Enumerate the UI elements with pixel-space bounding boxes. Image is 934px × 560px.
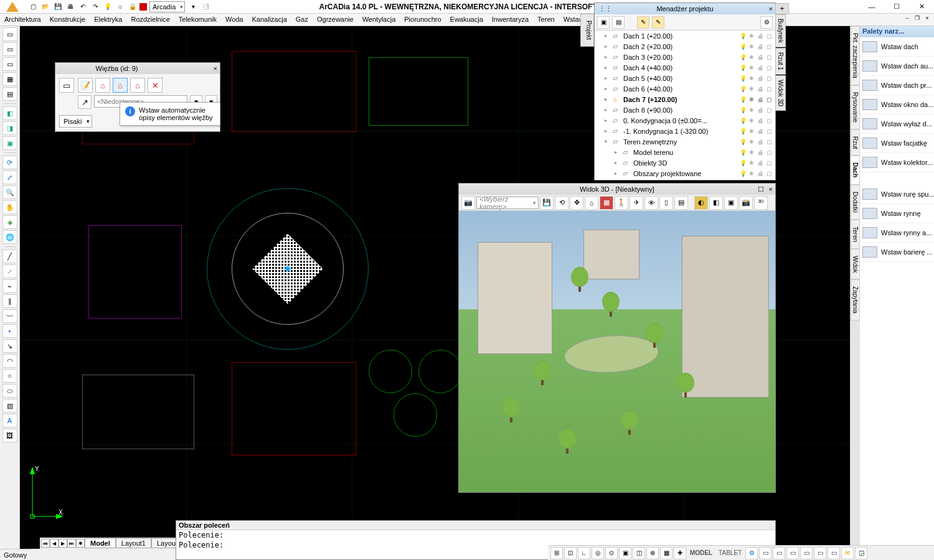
- vtab-rysowanie[interactable]: Rysowanie: [851, 85, 860, 129]
- osnap-9[interactable]: ▦: [660, 547, 672, 559]
- vtab-teren[interactable]: Teren: [851, 220, 860, 249]
- tool-3d1[interactable]: ◧: [2, 106, 17, 120]
- tree-row[interactable]: ▸▱-1. Kondygnacja 1 (-320.00)💡❄🖨▢: [595, 126, 775, 136]
- tree-row[interactable]: ▸▱0. Kondygnacja 0 (±0.00=...💡❄🖨▢: [595, 115, 775, 126]
- proj-tb-4[interactable]: ✎: [652, 16, 664, 29]
- proj-side-tab[interactable]: Rzut 1: [775, 48, 786, 75]
- tool-zoom[interactable]: 🔍: [2, 185, 17, 199]
- wiezba-tool-home3[interactable]: ⌂: [130, 78, 145, 93]
- osnap-s5[interactable]: ▭: [814, 547, 826, 559]
- tree-row[interactable]: ▸▱Dach 2 (+20.00)💡❄🖨▢: [595, 41, 775, 52]
- v3d-render1[interactable]: ◐: [694, 196, 708, 210]
- color-swatch[interactable]: [139, 3, 147, 11]
- tool-circle[interactable]: ○: [2, 369, 17, 383]
- menu-inwentaryza[interactable]: Inwentaryza: [488, 14, 533, 26]
- osnap-s4[interactable]: ▭: [800, 547, 813, 559]
- tree-row[interactable]: ▸⌂Dach 7 (+120.00)💡❄🖨▢: [595, 94, 775, 105]
- menu-elektryka[interactable]: Elektryka: [90, 14, 126, 26]
- tool-3d2[interactable]: ◨: [2, 121, 17, 135]
- tool-refresh[interactable]: ⟳: [2, 156, 17, 169]
- v3d-pan[interactable]: ✥: [570, 196, 583, 210]
- v3d-snapshot[interactable]: 📸: [739, 196, 753, 210]
- tool-rect3[interactable]: ▭: [2, 57, 17, 71]
- proj-left-tab-projekt[interactable]: Projekt: [580, 14, 594, 47]
- tree-row[interactable]: ▸▱Dach 6 (+40.00)💡❄🖨▢: [595, 83, 775, 94]
- layer-settings-icon[interactable]: ▾: [187, 1, 199, 12]
- tab-nav-prev[interactable]: ◀: [50, 539, 59, 548]
- palette-item[interactable]: Wstaw rurę spu...: [860, 185, 934, 204]
- menu-wentylacja[interactable]: Wentylacja: [358, 14, 400, 26]
- view3d-canvas[interactable]: [459, 211, 775, 492]
- wiezba-tool-delete[interactable]: ✕: [148, 78, 163, 93]
- tool-ray[interactable]: ↘: [2, 339, 17, 353]
- osnap-5[interactable]: ⊙: [605, 547, 618, 559]
- wiezba-tool-home2[interactable]: ⌂: [113, 78, 128, 93]
- tool-cube[interactable]: ◈: [2, 215, 17, 229]
- osnap-s2[interactable]: ▭: [773, 547, 785, 559]
- tree-row[interactable]: ▸▱Model terenu💡❄🖨▢: [595, 147, 775, 157]
- palette-item[interactable]: Wstaw barierę ...: [860, 243, 934, 262]
- v3d-walk[interactable]: 🚶: [615, 196, 628, 210]
- save-icon[interactable]: 💾: [52, 1, 64, 12]
- vtab-rzut[interactable]: Rzut: [851, 129, 860, 156]
- proj-tb-3[interactable]: ✎: [637, 16, 649, 29]
- osnap-1[interactable]: ⊞: [550, 547, 563, 559]
- osnap-4[interactable]: ◎: [592, 547, 604, 559]
- osnap-model[interactable]: MODEL: [687, 549, 715, 556]
- menu-architektura[interactable]: Architektura: [0, 14, 45, 26]
- tree-row[interactable]: ▸▱Dach 8 (+90.00)💡❄🖨▢: [595, 105, 775, 115]
- v3d-render3[interactable]: ▣: [724, 196, 738, 210]
- menu-teren[interactable]: Teren: [533, 14, 559, 26]
- menu-kanalizacja[interactable]: Kanalizacja: [248, 14, 291, 26]
- tool-point[interactable]: •: [2, 324, 17, 338]
- vtab-pkt[interactable]: Pkt. zaczepienia: [851, 26, 860, 85]
- proj-add-tab[interactable]: +: [775, 3, 789, 14]
- osnap-6[interactable]: ▣: [619, 547, 631, 559]
- menu-ogrzewanie[interactable]: Ogrzewanie: [313, 14, 358, 26]
- v3d-layers[interactable]: ▤: [674, 196, 688, 210]
- tool-globe[interactable]: 🌐: [2, 230, 17, 244]
- tool-table[interactable]: ▤: [2, 87, 17, 101]
- proj-close-icon[interactable]: ×: [769, 5, 773, 12]
- proj-side-tab[interactable]: Budynek: [775, 14, 786, 47]
- vtab-widok[interactable]: Widok: [851, 249, 860, 280]
- palette-item[interactable]: Wstaw dach pr...: [860, 76, 934, 95]
- close-button[interactable]: ✕: [909, 0, 934, 14]
- maximize-button[interactable]: ☐: [884, 0, 909, 14]
- v3d-fly[interactable]: ✈: [630, 196, 643, 210]
- v3d-render2[interactable]: ◧: [709, 196, 723, 210]
- osnap-expand[interactable]: ◲: [855, 547, 867, 559]
- proj-filter-icon[interactable]: ⚙: [760, 16, 773, 29]
- menu-telekomunik[interactable]: Telekomunik: [174, 14, 221, 26]
- tool-polyline[interactable]: ⌁: [2, 279, 17, 293]
- tree-row[interactable]: ▸▱Obiekty 3D💡❄🖨▢: [595, 157, 775, 168]
- view3d-close-icon[interactable]: ×: [769, 185, 773, 193]
- proj-grip-icon[interactable]: ⋮⋮: [598, 5, 612, 13]
- v3d-home[interactable]: ⌂: [585, 196, 598, 210]
- tree-row[interactable]: ▸▱Dach 4 (+40.00)💡❄🖨▢: [595, 62, 775, 73]
- mdi-close-icon[interactable]: ×: [923, 14, 932, 22]
- v3d-camera-combo[interactable]: <Wybierz kamerę>: [476, 197, 539, 209]
- osnap-8[interactable]: ⊕: [646, 547, 659, 559]
- sun-icon[interactable]: ☼: [115, 1, 126, 12]
- menu-piorunochro[interactable]: Piorunochro: [400, 14, 445, 26]
- v3d-3d-icon[interactable]: ³ᴰ: [754, 196, 768, 210]
- palette-item[interactable]: Wstaw rynnę: [860, 204, 934, 223]
- wiezba-ref-icon[interactable]: ↗: [78, 95, 92, 109]
- vtab-zapytania[interactable]: Zapytania: [851, 279, 860, 320]
- osnap-7[interactable]: ◫: [633, 547, 645, 559]
- layer-combo[interactable]: Arcadia: [149, 1, 185, 12]
- proj-tree[interactable]: ▸▱Dach 1 (+20.00)💡❄🖨▢▸▱Dach 2 (+20.00)💡❄…: [595, 30, 775, 180]
- v3d-save-view[interactable]: 💾: [540, 196, 554, 210]
- new-icon[interactable]: ▢: [27, 1, 39, 12]
- palette-item[interactable]: Wstaw facjatkę: [860, 134, 934, 153]
- osnap-tablet[interactable]: TABLET: [716, 549, 744, 556]
- v3d-camera-icon[interactable]: 📷: [461, 196, 475, 210]
- tool-pan[interactable]: ✋: [2, 200, 17, 214]
- lock-icon[interactable]: 🔒: [127, 1, 138, 12]
- project-manager-panel[interactable]: + Budynek Rzut 1 Widok 3D ⋮⋮ Menadżer pr…: [594, 2, 776, 180]
- tree-row[interactable]: ▸▱Dach 3 (+20.00)💡❄🖨▢: [595, 52, 775, 62]
- view3d-maximize-icon[interactable]: ☐: [758, 185, 764, 194]
- tool-line[interactable]: ╱: [2, 250, 17, 263]
- menu-gaz[interactable]: Gaz: [291, 14, 313, 26]
